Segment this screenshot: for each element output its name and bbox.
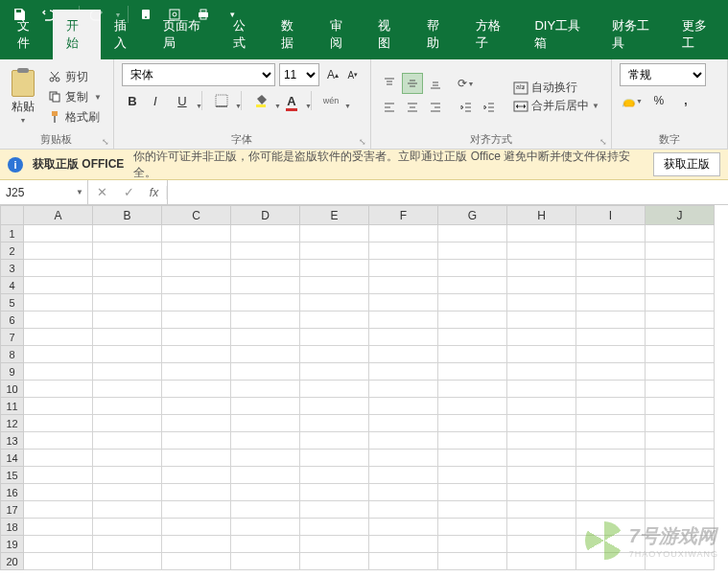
cell[interactable] xyxy=(24,242,93,260)
cell[interactable] xyxy=(646,312,715,329)
cell[interactable] xyxy=(24,484,93,501)
cell[interactable] xyxy=(369,484,438,501)
cell[interactable] xyxy=(576,450,646,467)
comma-button[interactable]: , xyxy=(673,90,698,111)
cut-button[interactable]: 剪切 xyxy=(44,68,106,86)
cell[interactable] xyxy=(646,381,715,398)
cancel-formula-button[interactable]: ✕ xyxy=(88,185,115,199)
align-top-button[interactable] xyxy=(379,73,400,94)
row-header[interactable]: 10 xyxy=(1,381,24,398)
cell[interactable] xyxy=(93,260,162,277)
align-middle-button[interactable] xyxy=(402,73,423,94)
cell[interactable] xyxy=(369,553,438,570)
cell[interactable] xyxy=(438,312,507,329)
cell[interactable] xyxy=(646,329,715,346)
column-header[interactable]: J xyxy=(646,206,715,225)
cell[interactable] xyxy=(162,519,231,536)
cell[interactable] xyxy=(507,484,576,501)
cell[interactable] xyxy=(646,260,715,277)
cell[interactable] xyxy=(646,467,715,484)
copy-button[interactable]: 复制 ▼ xyxy=(44,88,106,106)
dialog-launcher-icon[interactable]: ⤡ xyxy=(359,137,366,147)
cell[interactable] xyxy=(24,501,93,519)
cell[interactable] xyxy=(93,312,162,329)
cell[interactable] xyxy=(646,294,715,312)
cell[interactable] xyxy=(576,225,646,242)
cell[interactable] xyxy=(231,519,300,536)
cell[interactable] xyxy=(646,553,715,570)
dialog-launcher-icon[interactable]: ⤡ xyxy=(599,137,607,147)
cell[interactable] xyxy=(300,536,369,553)
cell[interactable] xyxy=(576,553,646,570)
cell[interactable] xyxy=(162,381,231,398)
cell[interactable] xyxy=(438,225,507,242)
cell[interactable] xyxy=(24,312,93,329)
column-header[interactable]: F xyxy=(369,206,438,225)
cell[interactable] xyxy=(300,415,369,432)
fill-color-button[interactable]: ▼ xyxy=(247,90,275,111)
cell[interactable] xyxy=(300,432,369,450)
font-name-select[interactable]: 宋体 xyxy=(122,63,275,86)
cell[interactable] xyxy=(576,432,646,450)
cell[interactable] xyxy=(231,363,300,381)
cell[interactable] xyxy=(507,363,576,381)
row-header[interactable]: 8 xyxy=(1,346,24,363)
column-header[interactable]: G xyxy=(438,206,507,225)
cell[interactable] xyxy=(369,346,438,363)
cell[interactable] xyxy=(438,381,507,398)
cell[interactable] xyxy=(231,346,300,363)
cell[interactable] xyxy=(93,363,162,381)
cell[interactable] xyxy=(576,312,646,329)
decrease-font-button[interactable]: A▾ xyxy=(343,63,363,86)
cell[interactable] xyxy=(507,277,576,294)
cell[interactable] xyxy=(231,536,300,553)
cell[interactable] xyxy=(231,484,300,501)
tab-file[interactable]: 文件 xyxy=(4,10,53,59)
cell[interactable] xyxy=(438,242,507,260)
select-all-corner[interactable] xyxy=(1,206,24,225)
cell[interactable] xyxy=(369,242,438,260)
cell[interactable] xyxy=(438,432,507,450)
cell[interactable] xyxy=(231,277,300,294)
cell[interactable] xyxy=(162,536,231,553)
cell[interactable] xyxy=(507,501,576,519)
cell[interactable] xyxy=(369,312,438,329)
align-center-button[interactable] xyxy=(402,97,423,118)
cell[interactable] xyxy=(300,484,369,501)
cell[interactable] xyxy=(93,553,162,570)
phonetic-button[interactable]: wén ▼ xyxy=(317,90,345,111)
cell[interactable] xyxy=(162,277,231,294)
cell[interactable] xyxy=(300,329,369,346)
cell[interactable] xyxy=(300,519,369,536)
cell[interactable] xyxy=(507,242,576,260)
cell[interactable] xyxy=(646,398,715,415)
cell[interactable] xyxy=(438,346,507,363)
cell[interactable] xyxy=(231,260,300,277)
cell[interactable] xyxy=(300,312,369,329)
cell[interactable] xyxy=(576,501,646,519)
cell[interactable] xyxy=(24,519,93,536)
cell[interactable] xyxy=(300,450,369,467)
cell[interactable] xyxy=(576,346,646,363)
align-right-button[interactable] xyxy=(425,97,446,118)
tab-help[interactable]: 帮助 xyxy=(413,10,462,59)
cell[interactable] xyxy=(576,415,646,432)
tab-view[interactable]: 视图 xyxy=(364,10,413,59)
cell[interactable] xyxy=(507,415,576,432)
cell[interactable] xyxy=(93,329,162,346)
number-format-select[interactable]: 常规 xyxy=(620,63,706,86)
enter-formula-button[interactable]: ✓ xyxy=(115,185,142,199)
get-genuine-button[interactable]: 获取正版 xyxy=(653,152,720,176)
cell[interactable] xyxy=(369,363,438,381)
cell[interactable] xyxy=(438,536,507,553)
cell[interactable] xyxy=(300,260,369,277)
italic-button[interactable]: I xyxy=(145,90,166,111)
cell[interactable] xyxy=(646,346,715,363)
cell[interactable] xyxy=(24,415,93,432)
cell[interactable] xyxy=(300,277,369,294)
tab-more[interactable]: 更多工 xyxy=(669,10,728,59)
cell[interactable] xyxy=(646,415,715,432)
cell[interactable] xyxy=(24,432,93,450)
cell[interactable] xyxy=(24,553,93,570)
cell[interactable] xyxy=(93,450,162,467)
